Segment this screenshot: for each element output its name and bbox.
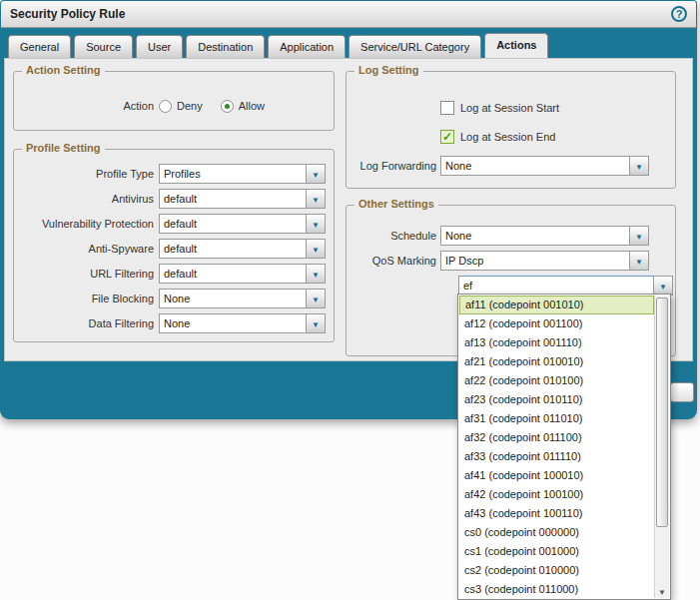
dscp-dropdown-list: af11 (codepoint 001010) af12 (codepoint …: [457, 294, 671, 600]
tab-strip: General Source User Destination Applicat…: [0, 28, 697, 58]
profile-type-value: Profiles: [164, 168, 201, 180]
action-label: Action: [20, 100, 154, 112]
anti-spyware-value: default: [164, 243, 197, 255]
dropdown-item[interactable]: af42 (codepoint 100100): [459, 485, 654, 504]
scrollbar-down-button[interactable]: [655, 584, 669, 598]
file-blocking-label: File Blocking: [20, 293, 154, 304]
qos-marking-select[interactable]: IP Dscp: [440, 251, 630, 271]
dialog-titlebar: Security Policy Rule ?: [1, 1, 696, 28]
log-session-start-checkbox[interactable]: [440, 101, 454, 115]
schedule-select[interactable]: None: [440, 226, 630, 246]
schedule-value: None: [445, 230, 471, 242]
url-filtering-label: URL Filtering: [20, 268, 154, 280]
chevron-down-icon: [312, 168, 320, 180]
tab-actions[interactable]: Actions: [484, 33, 548, 58]
radio-deny[interactable]: Deny: [159, 100, 203, 113]
check-icon: [442, 130, 452, 144]
chevron-down-icon: [312, 317, 320, 329]
profile-type-select[interactable]: Profiles: [159, 164, 307, 184]
schedule-dropdown-button[interactable]: [629, 226, 649, 246]
url-filtering-select[interactable]: default: [159, 264, 307, 284]
dscp-codepoint-dropdown-button[interactable]: [653, 276, 673, 296]
log-forwarding-value: None: [445, 160, 471, 172]
page-background: Security Policy Rule ? General Source Us…: [0, 0, 700, 600]
vulnerability-protection-label: Vulnerability Protection: [20, 218, 154, 230]
dscp-codepoint-input[interactable]: [458, 276, 654, 296]
footer-button-partially-hidden[interactable]: [670, 382, 694, 402]
chevron-down-icon: [312, 268, 320, 280]
profile-setting-legend: Profile Setting: [22, 142, 105, 154]
log-forwarding-select[interactable]: None: [440, 156, 630, 176]
vulnerability-protection-value: default: [164, 218, 197, 230]
log-setting-group: Log Setting Log at Session Start Log at …: [346, 71, 676, 189]
radio-allow[interactable]: Allow: [221, 100, 265, 113]
data-filtering-select[interactable]: None: [159, 313, 307, 333]
tab-service-url-category[interactable]: Service/URL Category: [349, 35, 481, 58]
profile-setting-group: Profile Setting Profile Type Profiles An…: [13, 149, 335, 342]
anti-spyware-dropdown-button[interactable]: [306, 239, 326, 259]
data-filtering-dropdown-button[interactable]: [306, 313, 326, 333]
help-icon[interactable]: ?: [671, 6, 687, 22]
tab-general[interactable]: General: [8, 35, 71, 58]
profile-type-label: Profile Type: [20, 168, 154, 180]
chevron-down-icon: [312, 193, 320, 205]
chevron-down-icon: [659, 280, 667, 292]
qos-marking-value: IP Dscp: [445, 255, 483, 267]
dropdown-item[interactable]: af41 (codepoint 100010): [459, 466, 654, 485]
radio-deny-circle-icon: [159, 100, 172, 113]
dropdown-item[interactable]: cs0 (codepoint 000000): [459, 523, 654, 542]
qos-marking-dropdown-button[interactable]: [629, 251, 649, 271]
file-blocking-dropdown-button[interactable]: [306, 289, 326, 308]
data-filtering-label: Data Filtering: [20, 317, 154, 329]
dropdown-item[interactable]: af33 (codepoint 011110): [459, 447, 654, 466]
antivirus-value: default: [164, 193, 197, 205]
anti-spyware-label: Anti-Spyware: [20, 243, 154, 255]
dropdown-item[interactable]: af23 (codepoint 010110): [459, 390, 654, 409]
log-forwarding-dropdown-button[interactable]: [629, 156, 649, 176]
vulnerability-protection-dropdown-button[interactable]: [306, 214, 326, 234]
radio-allow-circle-icon: [221, 100, 234, 113]
qos-marking-label: QoS Marking: [352, 255, 436, 267]
log-session-end-label: Log at Session End: [460, 131, 555, 143]
chevron-down-icon: [635, 160, 643, 172]
dropdown-item[interactable]: af13 (codepoint 001110): [459, 333, 654, 352]
dropdown-scrollbar[interactable]: [654, 296, 669, 598]
schedule-label: Schedule: [352, 230, 436, 242]
file-blocking-select[interactable]: None: [159, 289, 307, 308]
dropdown-item[interactable]: af32 (codepoint 011100): [459, 428, 654, 447]
dropdown-item[interactable]: cs2 (codepoint 010000): [459, 561, 654, 580]
dropdown-item[interactable]: cs1 (codepoint 001000): [459, 542, 654, 561]
dropdown-item[interactable]: af22 (codepoint 010100): [459, 371, 654, 390]
profile-type-dropdown-button[interactable]: [306, 164, 326, 184]
antivirus-select[interactable]: default: [159, 189, 307, 209]
log-session-start-label: Log at Session Start: [460, 102, 559, 114]
log-setting-legend: Log Setting: [354, 64, 423, 76]
chevron-down-icon: [658, 585, 666, 597]
dropdown-item[interactable]: af21 (codepoint 010010): [459, 352, 654, 371]
dropdown-item-highlighted[interactable]: af11 (codepoint 001010): [459, 296, 654, 314]
action-setting-group: Action Setting Action Deny Allow: [13, 71, 335, 131]
tab-application[interactable]: Application: [268, 35, 346, 58]
url-filtering-value: default: [164, 268, 197, 280]
tab-destination[interactable]: Destination: [186, 35, 265, 58]
tab-source[interactable]: Source: [74, 35, 133, 58]
dropdown-item[interactable]: af43 (codepoint 100110): [459, 504, 654, 523]
antivirus-dropdown-button[interactable]: [306, 189, 326, 209]
vulnerability-protection-select[interactable]: default: [159, 214, 307, 234]
log-session-end-checkbox[interactable]: [440, 130, 454, 144]
radio-deny-label: Deny: [177, 100, 203, 112]
other-settings-legend: Other Settings: [354, 198, 438, 210]
antivirus-label: Antivirus: [20, 193, 154, 205]
dropdown-item[interactable]: cs3 (codepoint 011000): [459, 580, 654, 599]
action-setting-legend: Action Setting: [22, 64, 105, 76]
dialog-title: Security Policy Rule: [10, 7, 671, 21]
scrollbar-thumb[interactable]: [656, 298, 668, 527]
chevron-down-icon: [635, 230, 643, 242]
dropdown-item[interactable]: af12 (codepoint 001100): [459, 314, 654, 333]
log-forwarding-label: Log Forwarding: [352, 160, 436, 172]
url-filtering-dropdown-button[interactable]: [306, 264, 326, 284]
dropdown-item[interactable]: af31 (codepoint 011010): [459, 409, 654, 428]
tab-user[interactable]: User: [136, 35, 183, 58]
anti-spyware-select[interactable]: default: [159, 239, 307, 259]
chevron-down-icon: [635, 255, 643, 267]
